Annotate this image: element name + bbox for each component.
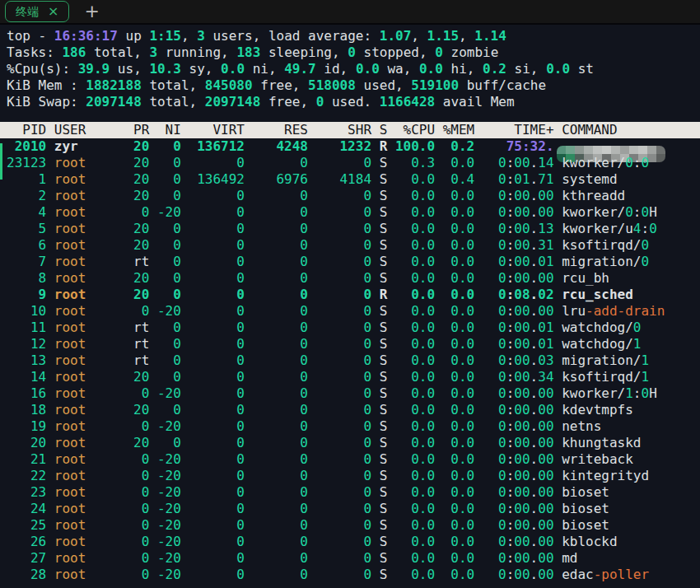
summary-line: %Cpu(s): 39.9 us, 10.3 sy, 0.0 ni, 49.7 …: [7, 61, 693, 77]
process-row: 13rootrt0000S0.00.00:00.03migration/1: [7, 352, 693, 369]
process-row: 26root0-20000S0.00.00:00.00kblockd: [7, 534, 693, 550]
close-icon[interactable]: ×: [48, 5, 58, 18]
process-row: 6root200000S0.00.00:00.31ksoftirqd/0: [7, 237, 693, 254]
process-row: 19root0-20000S0.00.00:00.00netns: [7, 418, 693, 435]
column-header: %MEM: [443, 122, 475, 138]
process-row: 25root0-20000S0.00.00:00.00bioset: [7, 517, 693, 534]
process-row: 21root0-20000S0.00.00:00.00writeback: [7, 451, 693, 468]
process-row: 4root0-20000S0.00.00:00.00kworker/0:0H: [7, 204, 693, 221]
column-header: USER: [54, 122, 118, 138]
tab-label: 终端: [16, 3, 39, 20]
summary-line: KiB Swap: 2097148 total, 2097148 free, 0…: [7, 94, 693, 110]
process-row: 10root0-20000S0.00.00:00.00lru-add-drain: [7, 303, 693, 320]
process-row: 12rootrt0000S0.00.00:00.01watchdog/1: [7, 336, 693, 352]
process-row: 14root200000S0.00.00:00.34ksoftirqd/1: [7, 369, 693, 385]
column-header: SHR: [316, 122, 371, 138]
column-header: S: [380, 122, 388, 138]
column-header: NI: [157, 122, 181, 138]
top-summary: top - 16:36:17 up 1:15, 3 users, load av…: [7, 28, 693, 110]
summary-line: KiB Mem : 1882188 total, 845080 free, 51…: [7, 77, 693, 94]
process-row: 22root0-20000S0.00.00:00.00kintegrityd: [7, 468, 693, 484]
process-row: 9root200000R0.00.00:08.02rcu_sched: [7, 287, 693, 303]
table-header-row: PIDUSERPRNIVIRTRESSHRS%CPU%MEMTIME+COMMA…: [0, 122, 700, 138]
process-row: 20root200000S0.00.00:00.00khungtaskd: [7, 435, 693, 451]
process-row: 7rootrt0000S0.00.00:00.01migration/0: [7, 254, 693, 270]
process-row: 28root0-20000S0.00.00:00.00edac-poller: [7, 567, 693, 583]
column-header: PR: [125, 122, 149, 138]
process-row: 8root200000S0.00.00:00.00rcu_bh: [7, 270, 693, 287]
terminal-output: top - 16:36:17 up 1:15, 3 users, load av…: [0, 25, 700, 586]
process-row: 23123root200000S0.30.00:00.14kworker/0:0: [7, 155, 693, 171]
process-row: 2root200000S0.00.00:00.00kthreadd: [7, 188, 693, 204]
column-header: TIME+: [483, 122, 554, 138]
process-table: 2010zyr20013671242481232R100.00.275:32.2…: [7, 138, 693, 583]
terminal-window: 终端 × + top - 16:36:17 up 1:15, 3 users, …: [0, 0, 700, 588]
process-row: 5root200000S0.00.00:00.13kworker/u4:0: [7, 221, 693, 237]
new-tab-button[interactable]: +: [84, 2, 99, 21]
column-header: COMMAND: [562, 122, 617, 138]
column-header: RES: [253, 122, 308, 138]
column-header: %CPU: [395, 122, 435, 138]
process-row: 11rootrt0000S0.00.00:00.01watchdog/0: [7, 320, 693, 336]
summary-line: Tasks: 186 total, 3 running, 183 sleepin…: [7, 44, 693, 61]
process-row: 18root200000S0.00.00:00.00kdevtmpfs: [7, 402, 693, 418]
process-row: 23root0-20000S0.00.00:00.00bioset: [7, 484, 693, 501]
process-row: 24root0-20000S0.00.00:00.00bioset: [7, 501, 693, 517]
tab-terminal[interactable]: 终端 ×: [5, 1, 69, 22]
scroll-indicator[interactable]: [0, 143, 2, 180]
tab-bar: 终端 × +: [0, 0, 700, 25]
process-row: 2010zyr20013671242481232R100.00.275:32.: [7, 138, 693, 155]
process-row: 16root0-20000S0.00.00:00.00kworker/1:0H: [7, 385, 693, 402]
column-header: VIRT: [189, 122, 245, 138]
process-row: 1root20013649269764184S0.00.40:01.71syst…: [7, 171, 693, 188]
summary-line: top - 16:36:17 up 1:15, 3 users, load av…: [7, 28, 693, 44]
command-line-spacer: [7, 110, 693, 122]
process-row: 27root0-20000S0.00.00:00.00md: [7, 550, 693, 567]
column-header: PID: [7, 122, 46, 138]
